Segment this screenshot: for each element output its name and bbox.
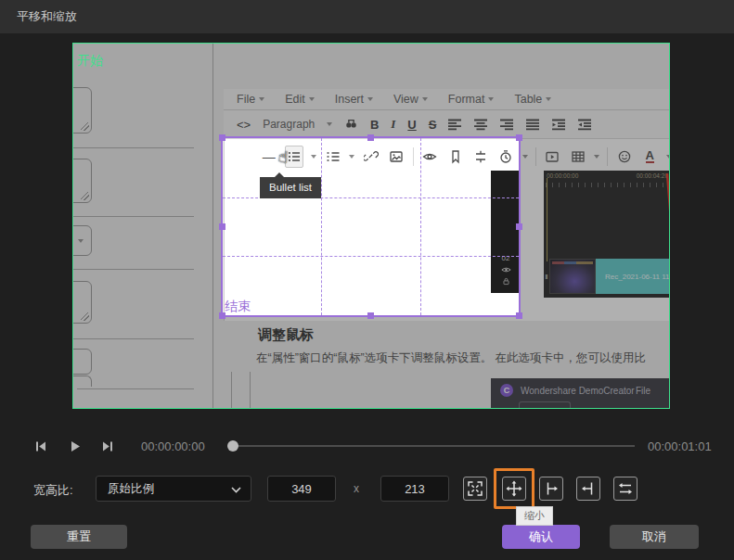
aspect-ratio-label: 宽高比: (33, 482, 73, 499)
resize-handle-ne[interactable] (516, 134, 522, 141)
cancel-button[interactable]: 取消 (610, 525, 699, 549)
next-frame-icon (101, 440, 114, 452)
play-button[interactable] (65, 437, 84, 455)
current-timecode: 00:00:00:00 (141, 439, 205, 453)
start-label: 开始 (77, 53, 103, 70)
zoom-out-tooltip: 缩小 (516, 506, 553, 526)
confirm-button[interactable]: 确认 (502, 525, 580, 549)
expand-icon (467, 480, 483, 497)
move-right-button[interactable] (539, 477, 563, 501)
play-icon (69, 440, 81, 452)
swap-arrows-icon (617, 480, 634, 497)
grid-line (420, 138, 421, 315)
width-input[interactable] (267, 476, 336, 502)
end-label: 结束 (225, 299, 251, 315)
resize-handle-se[interactable] (516, 312, 522, 319)
move-left-button[interactable] (576, 477, 600, 501)
dialog-title: 平移和缩放 (0, 0, 734, 33)
previous-frame-button[interactable] (32, 437, 50, 455)
arrow-left-icon (580, 480, 597, 497)
swap-button[interactable] (613, 477, 637, 501)
dim-overlay (73, 44, 670, 136)
resize-handle-n[interactable] (367, 134, 374, 141)
dim-overlay (521, 136, 670, 317)
resize-handle-e[interactable] (516, 223, 522, 230)
next-frame-button[interactable] (98, 437, 117, 455)
end-selection-rect[interactable]: 结束 (221, 136, 521, 317)
end-timecode: 00:00:01:01 (648, 439, 712, 453)
arrow-right-icon (543, 480, 560, 497)
grid-line (321, 138, 322, 315)
reset-button[interactable]: 重置 (31, 525, 127, 549)
seek-slider-track[interactable] (232, 445, 635, 447)
move-arrows-icon (506, 480, 522, 497)
dim-overlay (73, 317, 670, 409)
bullet-list-tooltip: Bullet list (260, 177, 321, 198)
previous-frame-icon (34, 440, 47, 452)
height-input[interactable] (380, 476, 449, 502)
aspect-ratio-select[interactable]: 原始比例 (96, 476, 251, 502)
grid-line (223, 256, 519, 257)
resize-handle-w[interactable] (219, 223, 225, 230)
seek-slider-handle[interactable] (227, 440, 238, 452)
zoom-out-move-button[interactable] (502, 477, 526, 501)
dim-overlay (73, 136, 221, 317)
zoom-in-expand-button[interactable] (463, 477, 487, 501)
preview-frame: 00 50 00 ✓ File Edit Insert View Format … (72, 43, 670, 409)
chevron-down-icon (231, 487, 241, 493)
resize-handle-s[interactable] (367, 312, 374, 319)
resize-handle-nw[interactable] (219, 134, 225, 141)
multiply-label: x (354, 482, 359, 495)
